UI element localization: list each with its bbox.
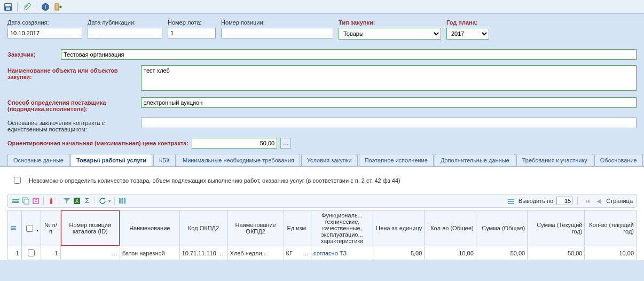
col-price[interactable]: Цена за единицу [373, 210, 424, 246]
grid-header-row: ▾ № п/п Номер позиции каталога (ID) Наим… [8, 210, 637, 246]
tab-kbk[interactable]: КБК [153, 154, 176, 166]
svg-text:Σ: Σ [85, 197, 89, 205]
col-check[interactable]: ▾ [21, 210, 41, 246]
cell-unit[interactable]: КГ… [284, 246, 311, 260]
cell-name[interactable]: батон нарезной [120, 246, 179, 260]
catalog-pick-button[interactable]: … [112, 250, 117, 256]
tab-main[interactable]: Основные данные [7, 154, 69, 166]
svg-rect-19 [508, 199, 514, 200]
impossible-qty-label: Невозможно определить количество товара,… [29, 177, 400, 184]
date-created-label: Дата создания: [7, 19, 82, 26]
grid-settings-icon[interactable] [507, 197, 515, 205]
col-sum-year[interactable]: Сумма (Текущий год) [528, 210, 585, 246]
col-okpd2-name[interactable]: Наименование ОКПД2 [227, 210, 284, 246]
cell-price[interactable]: 5,00 [373, 246, 424, 260]
cell-npp: 1 [41, 246, 60, 260]
date-pub-label: Дата публикации: [88, 19, 162, 26]
col-catalog-id[interactable]: Номер позиции каталога (ID) [60, 210, 120, 246]
svg-point-11 [50, 198, 52, 200]
select-all-checkbox[interactable] [26, 225, 33, 232]
tab-terms[interactable]: Условия закупки [301, 154, 358, 166]
basis-input[interactable] [141, 118, 637, 128]
tab-goods[interactable]: Товары\ работы\ услуги [70, 154, 152, 166]
col-chars[interactable]: Функциональ... технические, качественные… [311, 210, 373, 246]
col-qty-total[interactable]: Кол-во (Общее) [425, 210, 476, 246]
ptype-label: Тип закупки: [339, 19, 441, 26]
svg-rect-12 [50, 200, 52, 204]
table-row[interactable]: 1 1 … батон нарезной 10.71.11.110… Хлеб … [8, 246, 637, 260]
add-row-icon[interactable] [11, 197, 20, 205]
output-count-input[interactable] [556, 197, 572, 205]
lot-no-label: Номер лота: [168, 19, 216, 26]
tab-extra[interactable]: Дополнительные данные [435, 154, 515, 166]
price-pick-button[interactable]: … [280, 138, 291, 149]
svg-rect-17 [122, 198, 123, 204]
lot-no-input[interactable] [168, 28, 216, 38]
info-icon[interactable]: i [41, 2, 50, 12]
col-selector[interactable] [8, 210, 22, 246]
customer-label: Заказчик: [7, 49, 61, 58]
sum-icon[interactable]: Σ [83, 197, 91, 205]
col-qty-year[interactable]: Кол-во (текущий год) [585, 210, 637, 246]
separator [17, 2, 18, 12]
filter-icon[interactable] [62, 197, 71, 205]
tab-phased[interactable]: Поэтапное исполнение [359, 154, 434, 166]
columns-icon[interactable] [118, 197, 127, 205]
supplier-label: Способ определения поставщика (подрядчик… [7, 97, 141, 112]
impossible-qty-checkbox[interactable] [14, 177, 21, 184]
pos-no-label: Номер позиции: [221, 19, 333, 26]
col-npp[interactable]: № п/п [41, 210, 60, 246]
svg-rect-18 [124, 198, 125, 204]
cell-qty-year[interactable]: 10,00 [585, 246, 637, 260]
tab-strip: Основные данные Товары\ работы\ услуги К… [0, 154, 644, 167]
attach-icon[interactable] [22, 2, 32, 12]
cell-qty-total[interactable]: 10,00 [425, 246, 476, 260]
cell-chars[interactable]: согласно ТЗ [311, 246, 373, 260]
customer-input[interactable] [61, 49, 637, 60]
price-label: Ориентировочная начальная (максимальная)… [7, 140, 189, 146]
refresh-icon[interactable] [98, 197, 107, 205]
pyear-label: Год плана: [446, 19, 489, 26]
date-created-input[interactable] [7, 28, 82, 38]
cell-sum-year: 50,00 [528, 246, 585, 260]
col-okpd2-code[interactable]: Код ОКПД2 [179, 210, 227, 246]
tab-reqs[interactable]: Требования к участнику [516, 154, 593, 166]
col-unit[interactable]: Ед.изм. [284, 210, 311, 246]
row-checkbox[interactable] [28, 249, 35, 256]
pos-no-input[interactable] [221, 28, 333, 38]
tab-minreq[interactable]: Минимальные необходимые требования [177, 154, 300, 166]
copy-row-icon[interactable] [21, 197, 30, 205]
items-grid: ▾ № п/п Номер позиции каталога (ID) Наим… [7, 210, 637, 260]
cell-sum-total: 50,00 [476, 246, 527, 260]
svg-text:i: i [44, 4, 46, 10]
obj-label: Наименование объекта или объектов закупк… [7, 65, 141, 80]
supplier-input[interactable] [141, 97, 637, 108]
cell-okpd2-code[interactable]: 10.71.11.110… [179, 246, 227, 260]
svg-rect-5 [55, 4, 59, 10]
svg-rect-20 [508, 201, 514, 202]
col-sum-total[interactable]: Сумма (Общая) [476, 210, 527, 246]
delete-row-icon[interactable] [47, 197, 56, 205]
okpd2-pick-button[interactable]: … [219, 250, 225, 256]
cell-catalog-id[interactable]: … [60, 246, 120, 260]
date-pub-input[interactable] [88, 28, 162, 38]
svg-rect-16 [119, 198, 121, 204]
col-name[interactable]: Наименование [120, 210, 179, 246]
save-icon[interactable] [3, 2, 13, 12]
page-first-icon[interactable]: ⏮ [583, 197, 591, 205]
price-input[interactable] [192, 138, 277, 149]
page-label: Страница [606, 198, 633, 204]
form-area: Дата создания: Дата публикации: Номер ло… [0, 14, 644, 154]
exit-icon[interactable] [53, 2, 63, 12]
obj-textarea[interactable]: тест хлеб [141, 65, 637, 91]
pyear-select[interactable]: 2017 [446, 28, 489, 40]
svg-rect-6 [12, 199, 19, 200]
svg-rect-2 [6, 7, 10, 10]
paste-row-icon[interactable] [32, 197, 40, 205]
svg-rect-24 [11, 229, 16, 230]
unit-pick-button[interactable]: … [303, 250, 309, 256]
excel-icon[interactable]: X [73, 197, 81, 205]
tab-justif[interactable]: Обоснование [594, 154, 643, 166]
page-prev-icon[interactable]: ◀ [594, 197, 603, 205]
ptype-select[interactable]: Товары [339, 28, 441, 40]
